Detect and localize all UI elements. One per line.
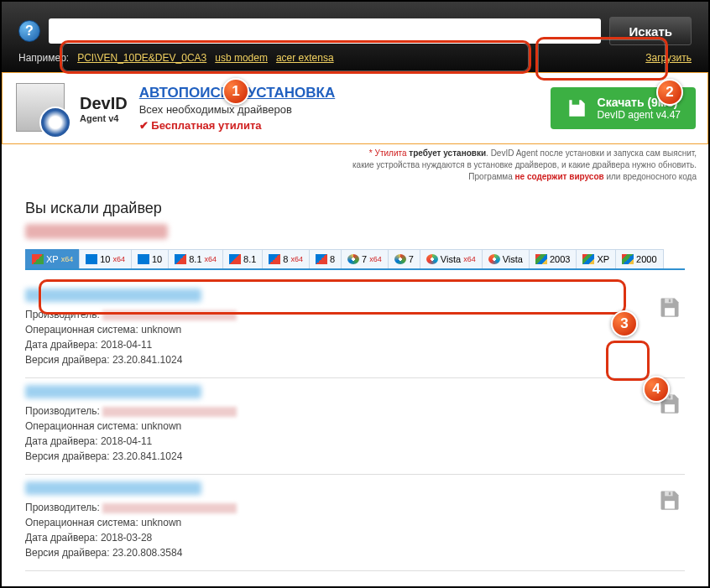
driver-date: 2018-04-11 [101, 339, 152, 351]
windows-flag-icon [32, 254, 44, 264]
driver-version: 23.20.841.1024 [112, 450, 182, 462]
example-label: Например: [18, 52, 69, 64]
promo-free-label: Бесплатная утилита [139, 119, 539, 132]
os-tab-8-x64[interactable]: 8x64 [262, 249, 310, 268]
searched-heading: Вы искали драйвер [25, 200, 685, 217]
promo-brand: DevID Agent v4 [80, 94, 128, 123]
os-tab-10[interactable]: 10 [131, 249, 169, 268]
os-tab-8.1[interactable]: 8.1 [222, 249, 263, 268]
download-button[interactable]: Скачать (9мб) DevID agent v4.47 [551, 87, 696, 129]
driver-version: 23.20.808.3584 [112, 547, 182, 559]
svg-rect-0 [669, 299, 671, 303]
example-row: Например: PCI\VEN_10DE&DEV_0CA3 usb mode… [18, 52, 692, 64]
floppy-icon [566, 97, 587, 119]
driver-version: 23.20.841.1024 [112, 354, 182, 366]
driver-item: Производитель: Операционная система: unk… [25, 282, 685, 378]
windows-flag-icon [488, 254, 500, 264]
brand-name: DevID [80, 94, 128, 113]
promo-title-link[interactable]: АВТОПОИСК И УСТАНОВКА [139, 85, 336, 101]
os-tab-7-x64[interactable]: 7x64 [341, 249, 389, 268]
os-tab-Vista-x64[interactable]: Vistax64 [420, 249, 483, 268]
windows-flag-icon [229, 254, 241, 264]
manufacturer-blurred [102, 407, 237, 417]
windows-flag-icon [426, 254, 438, 264]
download-sub: DevID agent v4.47 [598, 109, 681, 121]
driver-os: unknown [141, 324, 181, 336]
driver-title-blurred[interactable] [25, 385, 201, 398]
promo-banner: DevID Agent v4 АВТОПОИСК И УСТАНОВКА Все… [2, 72, 708, 144]
manufacturer-blurred [102, 503, 237, 513]
os-tab-8[interactable]: 8 [309, 249, 342, 268]
windows-flag-icon [138, 254, 149, 264]
upload-link[interactable]: Загрузить [645, 52, 692, 64]
windows-flag-icon [175, 254, 186, 264]
driver-item: Производитель: Операционная система: unk… [25, 475, 685, 571]
content: Вы искали драйвер XPx6410x64108.1x648.18… [2, 186, 708, 580]
agent-version: Agent v4 [80, 113, 128, 123]
os-tab-XP[interactable]: XP [576, 249, 616, 268]
os-tab-XP-x64[interactable]: XPx64 [25, 249, 80, 268]
driver-list: Производитель: Операционная система: unk… [25, 282, 685, 571]
driver-title-blurred[interactable] [25, 289, 201, 302]
windows-flag-icon [535, 254, 547, 264]
windows-flag-icon [269, 254, 280, 264]
windows-flag-icon [347, 254, 359, 264]
save-driver-button[interactable] [658, 295, 681, 319]
os-tab-Vista[interactable]: Vista [482, 249, 530, 268]
install-note: * Утилита требует установки. DevID Agent… [2, 144, 708, 186]
os-tab-8.1-x64[interactable]: 8.1x64 [168, 249, 223, 268]
os-tab-7[interactable]: 7 [388, 249, 420, 268]
driver-os: unknown [141, 420, 181, 432]
os-tabs: XPx6410x64108.1x648.18x6487x647Vistax64V… [25, 249, 685, 270]
svg-rect-1 [669, 396, 671, 399]
os-tab-2000[interactable]: 2000 [615, 249, 663, 268]
windows-flag-icon [582, 254, 594, 264]
save-driver-button[interactable] [658, 488, 681, 512]
windows-flag-icon [394, 254, 406, 264]
driver-date: 2018-04-11 [101, 435, 152, 447]
save-driver-button[interactable] [658, 392, 681, 415]
driver-date: 2018-03-28 [101, 532, 152, 544]
os-tab-10-x64[interactable]: 10x64 [79, 249, 132, 268]
windows-flag-icon [316, 254, 327, 264]
driver-item: Производитель: Операционная система: unk… [25, 378, 685, 475]
promo-subtitle: Всех необходимых драйверов [139, 103, 539, 116]
windows-flag-icon [86, 254, 97, 264]
search-button[interactable]: Искать [609, 17, 692, 45]
download-title: Скачать (9мб) [598, 96, 681, 109]
svg-rect-2 [669, 492, 671, 496]
example-link[interactable]: PCI\VEN_10DE&DEV_0CA3 [77, 52, 206, 64]
os-tab-2003[interactable]: 2003 [529, 249, 577, 268]
header: ? Искать Например: PCI\VEN_10DE&DEV_0CA3… [2, 2, 708, 72]
windows-flag-icon [622, 254, 634, 264]
query-text-blurred [25, 224, 168, 239]
example-link[interactable]: usb modem [215, 52, 268, 64]
driver-title-blurred[interactable] [25, 481, 201, 495]
manufacturer-blurred [102, 310, 237, 320]
help-icon[interactable]: ? [18, 20, 40, 42]
example-link[interactable]: acer extensa [276, 52, 334, 64]
devid-logo [14, 81, 68, 135]
search-row: ? Искать [18, 17, 692, 45]
promo-text: АВТОПОИСК И УСТАНОВКА Всех необходимых д… [139, 85, 539, 132]
driver-os: unknown [141, 517, 181, 528]
search-input[interactable] [49, 18, 601, 44]
